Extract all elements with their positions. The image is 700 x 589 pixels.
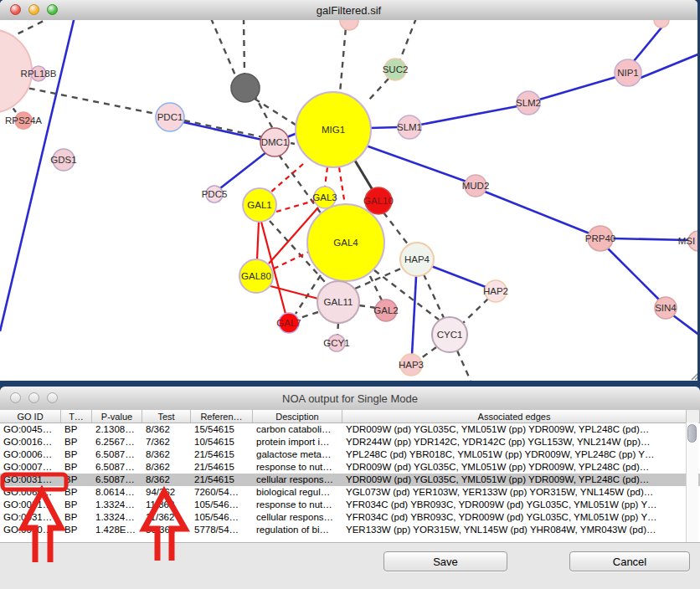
noa-window-titlebar[interactable]: NOA output for Single Mode <box>0 387 700 411</box>
edge-reddash <box>276 201 314 212</box>
cell: 15/54615 <box>191 423 253 436</box>
network-graph: RPL18BRPS24AGDS1PDC1MIG1DMC1SLM1SLM2NIP1… <box>0 20 697 381</box>
cell: GO:0050… <box>0 524 61 536</box>
cell: response to nut… <box>253 499 342 511</box>
zoom-button-icon[interactable] <box>47 4 58 15</box>
column-header-p-value[interactable]: P-value <box>92 410 142 423</box>
column-header-desciption[interactable]: Desciption <box>253 410 342 423</box>
cell: 8.0614… <box>92 486 142 499</box>
table-row[interactable]: GO:0006…BP6.5087…8/36221/54615galactose … <box>0 448 700 461</box>
header-corner <box>687 410 700 423</box>
cell: 21/54615 <box>191 448 253 461</box>
node-label-SLM2: SLM2 <box>516 98 541 108</box>
edge-dash <box>18 86 156 114</box>
cancel-button[interactable]: Cancel <box>569 551 690 571</box>
node-label-NIP1: NIP1 <box>617 68 639 78</box>
cell: BP <box>61 423 92 436</box>
noa-output-window: NOA output for Single Mode GO IDT…P-valu… <box>0 387 700 589</box>
close-button-icon[interactable] <box>10 4 21 15</box>
cell: GO:0065… <box>0 486 61 499</box>
table-row[interactable]: GO:0016…BP6.2567…7/36210/54615protein im… <box>0 436 700 448</box>
minimize-button-icon[interactable] <box>28 392 39 403</box>
edge-blue <box>420 106 517 125</box>
node-node-gray[interactable] <box>231 74 260 102</box>
edge-dash <box>369 79 389 100</box>
node-label-GAL7: GAL7 <box>276 318 301 328</box>
zoom-button-icon[interactable] <box>47 392 58 403</box>
cell: 6.5087… <box>92 474 142 486</box>
edge-dash <box>340 20 347 93</box>
node-label-GCY1: GCY1 <box>323 338 349 348</box>
node-label-GAL1: GAL1 <box>247 200 271 210</box>
column-header-t-[interactable]: T… <box>61 410 92 423</box>
cell: BP <box>61 486 92 499</box>
network-window: galFiltered.sif RPL18BRPS24AGDS1PDC1MIG1… <box>0 0 697 381</box>
node-label-HAP3: HAP3 <box>399 360 424 370</box>
table-row[interactable]: GO:0050…BP1.428E…80/3625778/54…regulatio… <box>0 524 700 536</box>
edge-dash <box>457 351 471 381</box>
table-body: GO:0045…BP2.1308…8/36215/54615carbon cat… <box>0 423 700 536</box>
cell: YFR034C (pd) YBR093C, YDR009W (pd) YGL03… <box>342 499 687 511</box>
edge-dash <box>337 323 338 335</box>
table-row[interactable]: GO:0065…BP8.0614…94/3627260/54…biologica… <box>0 486 700 499</box>
cell: YPL248C (pd) YBR018C, YML051W (pp) YDR00… <box>342 448 687 461</box>
cell: 10/54615 <box>191 436 253 448</box>
table-row[interactable]: GO:0031…BP6.5087…8/36221/54615cellular r… <box>0 474 700 486</box>
edge-dash <box>255 99 298 126</box>
node-label-HAP2: HAP2 <box>483 286 508 296</box>
table-row[interactable]: GO:0007…BP6.5087…8/36221/54615response t… <box>0 461 700 474</box>
edge-reddash <box>274 252 309 269</box>
edge-blue <box>369 127 399 128</box>
cell: 80/362 <box>142 524 191 536</box>
table-row[interactable]: GO:0031…BP1.3324…11/362105/546…response … <box>0 499 700 511</box>
cell: 6.5087… <box>92 461 142 474</box>
column-header-go-id[interactable]: GO ID <box>0 410 61 423</box>
table-row[interactable]: GO:0031…BP1.3324…11/362105/546…cellular … <box>0 511 700 524</box>
close-button-icon[interactable] <box>10 392 21 403</box>
node-label-HAP4: HAP4 <box>404 254 430 264</box>
node-label-SUC2: SUC2 <box>383 64 409 74</box>
cell: 6.5087… <box>92 448 142 461</box>
node-label-GAL80: GAL80 <box>241 271 271 281</box>
cell: YFR034C (pd) YBR093C, YDR009W (pd) YGL03… <box>342 511 687 524</box>
cell: regulation of bi… <box>253 524 342 536</box>
edge-reddash <box>339 167 345 205</box>
node-label-PDC5: PDC5 <box>202 189 228 199</box>
edge-dash <box>244 20 244 74</box>
cell: 105/546… <box>191 511 253 524</box>
cell: GO:0007… <box>0 461 61 474</box>
table-row[interactable]: GO:0045…BP2.1308…8/36215/54615carbon cat… <box>0 423 700 436</box>
column-header-test[interactable]: Test <box>142 410 191 423</box>
cell: cellular respons… <box>253 474 342 486</box>
edge-blue <box>539 77 616 100</box>
cell: YGL073W (pd) YER103W, YER133W (pp) YOR31… <box>342 486 687 499</box>
save-button[interactable]: Save <box>383 551 507 571</box>
cell: 1.3324… <box>92 511 142 524</box>
node-label-GAL3: GAL3 <box>312 192 337 202</box>
cell: 21/54615 <box>191 461 253 474</box>
edge-dash <box>463 299 488 323</box>
minimize-button-icon[interactable] <box>28 4 39 15</box>
column-header-associated-edges[interactable]: Associated edges <box>342 410 687 423</box>
edge-dark <box>355 161 373 190</box>
results-table: GO IDT…P-valueTestReferen…DesciptionAsso… <box>0 410 700 543</box>
edge-dash <box>421 347 436 358</box>
scrollbar-thumb[interactable] <box>687 424 697 443</box>
edge-blue <box>641 54 697 78</box>
cell: 8/362 <box>142 474 191 486</box>
table-scrollbar[interactable] <box>686 423 698 542</box>
edge-blue <box>366 146 466 182</box>
column-header-referen-[interactable]: Referen… <box>191 410 253 423</box>
network-window-titlebar[interactable]: galFiltered.sif <box>0 0 697 21</box>
edge-blue <box>673 315 697 335</box>
node-node-top-partial[interactable] <box>340 20 358 30</box>
node-label-PDC1: PDC1 <box>157 112 183 122</box>
node-label-GAL10: GAL10 <box>363 196 394 206</box>
edge-dash <box>279 155 322 214</box>
cell: GO:0031… <box>0 499 61 511</box>
node-label-CYC1: CYC1 <box>437 330 463 340</box>
node-node-topright-partial[interactable] <box>654 20 669 28</box>
cell: 105/546… <box>191 499 253 511</box>
cell: 21/54615 <box>191 474 253 486</box>
network-canvas[interactable]: RPL18BRPS24AGDS1PDC1MIG1DMC1SLM1SLM2NIP1… <box>0 20 697 381</box>
